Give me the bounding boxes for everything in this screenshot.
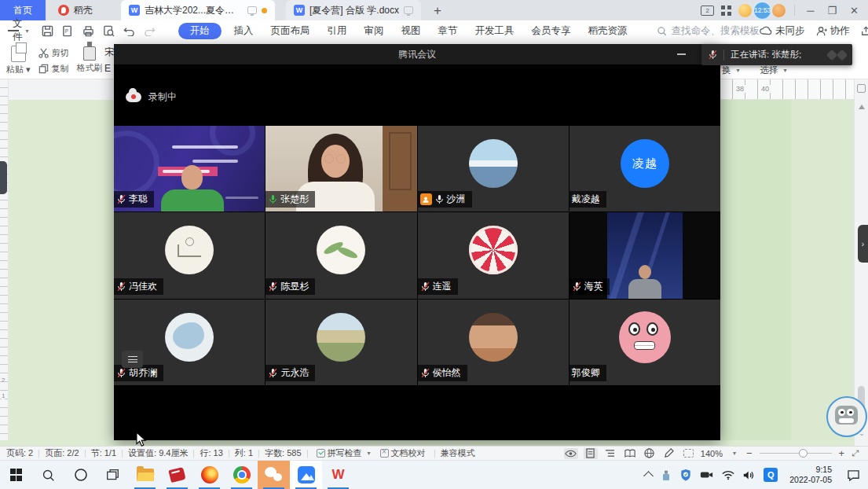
scroll-up-arrow[interactable] bbox=[859, 105, 865, 109]
print-icon[interactable] bbox=[82, 25, 94, 37]
taskbar-reader-icon[interactable] bbox=[161, 461, 193, 489]
undo-icon[interactable] bbox=[123, 26, 135, 36]
participant-tile-10[interactable]: 元永浩 bbox=[266, 300, 416, 385]
ruler-toggle-icon[interactable] bbox=[857, 84, 866, 93]
font-row-partial[interactable]: E bbox=[104, 63, 111, 74]
taskbar-task-view-icon[interactable] bbox=[97, 461, 129, 489]
ink-edit-icon[interactable] bbox=[662, 448, 676, 459]
tray-security-icon[interactable] bbox=[680, 469, 691, 481]
ribbon-tab[interactable]: 开发工具 bbox=[467, 24, 523, 38]
participant-tile-3[interactable]: 沙洲 bbox=[418, 126, 569, 211]
cut-button[interactable]: 剪切 bbox=[38, 47, 69, 59]
chevron-down-icon[interactable]: ▾ bbox=[26, 28, 29, 35]
command-search[interactable]: 查找命令、搜索模板 bbox=[657, 24, 760, 38]
notification-icon[interactable] bbox=[847, 469, 860, 481]
tray-usb-icon[interactable] bbox=[661, 469, 672, 481]
taskbar-wps-icon[interactable]: W bbox=[322, 461, 354, 489]
participant-tile-9[interactable]: 胡乔澜 bbox=[114, 300, 265, 385]
meeting-window[interactable]: 腾讯会议 录制中 李聪张楚彤沙洲凌越戴凌越冯佳欢陈昱杉连遥海英胡乔澜元永浩侯怡然… bbox=[114, 44, 720, 440]
outline-view-icon[interactable] bbox=[603, 448, 617, 459]
status-field[interactable]: 行: 13 bbox=[200, 447, 222, 459]
status-field[interactable]: 字数: 585 bbox=[265, 447, 301, 459]
taskbar-clock[interactable]: 9:15 2022-07-05 bbox=[789, 465, 832, 485]
left-panel-handle[interactable] bbox=[0, 161, 7, 194]
zoom-in-button[interactable]: + bbox=[839, 447, 845, 459]
reader-view-icon[interactable] bbox=[623, 448, 637, 459]
ribbon-tab[interactable]: 审阅 bbox=[356, 24, 393, 38]
zoom-level[interactable]: 140% bbox=[701, 449, 723, 458]
layout-view-button[interactable] bbox=[122, 351, 143, 368]
document-page-right[interactable] bbox=[720, 100, 791, 447]
ribbon-tab[interactable]: 页面布局 bbox=[262, 24, 319, 38]
taskbar-firefox-icon[interactable] bbox=[193, 461, 225, 489]
ribbon-tab[interactable]: 稻壳资源 bbox=[580, 24, 636, 38]
participant-tile-1[interactable]: 李聪 bbox=[114, 126, 265, 211]
assistant-floating-icon[interactable] bbox=[826, 396, 867, 437]
fit-page-icon[interactable] bbox=[683, 449, 694, 458]
user-avatar[interactable] bbox=[772, 4, 786, 17]
taskbar-chrome-icon[interactable] bbox=[225, 461, 258, 489]
copy-button[interactable]: 复制 bbox=[38, 63, 69, 75]
sync-status[interactable]: 未同步 bbox=[760, 24, 805, 38]
select-dropdown[interactable]: 选择 ▾ bbox=[760, 64, 790, 76]
ribbon-tab[interactable]: 章节 bbox=[430, 24, 467, 38]
tab-home[interactable]: 首页 bbox=[0, 0, 46, 20]
ribbon-tab[interactable]: 开始 bbox=[178, 23, 222, 39]
taskbar-wechat-icon[interactable] bbox=[258, 461, 290, 489]
meeting-minimize-button[interactable] bbox=[677, 53, 686, 55]
clock-badge[interactable]: 12:53 bbox=[753, 1, 772, 20]
collaborate-button[interactable]: 协作 bbox=[816, 24, 850, 38]
proofread-button[interactable]: 文档校对 bbox=[380, 447, 426, 459]
preview-icon[interactable] bbox=[103, 25, 115, 37]
side-panel-expander[interactable]: › bbox=[858, 225, 868, 263]
window-count-icon[interactable]: 2 bbox=[701, 6, 714, 16]
web-view-icon[interactable] bbox=[643, 448, 657, 459]
participant-tile-6[interactable]: 陈昱杉 bbox=[266, 212, 416, 298]
save-icon[interactable] bbox=[42, 25, 53, 37]
status-field[interactable]: 列: 1 bbox=[235, 447, 253, 459]
redo-icon[interactable] bbox=[144, 26, 156, 36]
status-field[interactable]: 页码: 2 bbox=[6, 447, 33, 459]
ribbon-tab[interactable]: 插入 bbox=[225, 24, 262, 38]
participant-tile-5[interactable]: 冯佳欢 bbox=[114, 212, 265, 298]
spell-check-toggle[interactable]: 拼写检查▾ bbox=[317, 447, 374, 459]
participant-tile-2[interactable]: 张楚彤 bbox=[266, 126, 416, 211]
taskbar-search-icon[interactable] bbox=[32, 461, 64, 489]
taskbar-file-explorer-icon[interactable] bbox=[129, 461, 161, 489]
ribbon-tab[interactable]: 视图 bbox=[393, 24, 430, 38]
participant-tile-4[interactable]: 凌越戴凌越 bbox=[570, 126, 720, 211]
status-field[interactable]: 设置值: 9.4厘米 bbox=[128, 447, 188, 459]
tray-recorder-icon[interactable] bbox=[700, 470, 713, 480]
taskbar-cortana-icon[interactable] bbox=[64, 461, 97, 489]
vip-badge-icon[interactable] bbox=[738, 4, 752, 17]
new-tab-button[interactable]: + bbox=[434, 4, 441, 17]
font-name-partial[interactable]: 宋 bbox=[104, 46, 114, 59]
vertical-scrollbar[interactable]: ⌄⌄ bbox=[854, 79, 868, 446]
tray-wifi-icon[interactable] bbox=[722, 470, 734, 480]
tray-chevron-up-icon[interactable] bbox=[645, 470, 652, 480]
participant-tile-11[interactable]: 侯怡然 bbox=[418, 300, 569, 385]
tab-docer[interactable]: 稻壳 bbox=[46, 0, 110, 20]
ribbon-tab[interactable]: 会员专享 bbox=[523, 24, 580, 38]
status-field[interactable]: 页面: 2/2 bbox=[45, 447, 79, 459]
tray-volume-icon[interactable] bbox=[743, 470, 755, 480]
restore-button[interactable]: ❐ bbox=[824, 5, 840, 17]
ribbon-tab[interactable]: 引用 bbox=[319, 24, 356, 38]
convert-dropdown[interactable]: 换 ▾ bbox=[722, 64, 743, 76]
zoom-slider[interactable] bbox=[760, 453, 832, 454]
page-view-icon[interactable] bbox=[584, 448, 598, 459]
document-page-left[interactable] bbox=[9, 100, 114, 447]
eye-protection-icon[interactable] bbox=[564, 448, 578, 459]
minimize-button[interactable]: ─ bbox=[804, 5, 817, 17]
export-icon[interactable]: P bbox=[62, 25, 74, 37]
zoom-slider-knob[interactable] bbox=[799, 449, 808, 458]
tab-document-2[interactable]: W [夏令营] 合版 学.docx bbox=[286, 0, 421, 20]
status-field[interactable]: 节: 1/1 bbox=[91, 447, 116, 459]
taskbar-start-icon[interactable] bbox=[0, 461, 32, 489]
participant-tile-7[interactable]: 连遥 bbox=[418, 212, 569, 298]
tab-document-active[interactable]: W 吉林大学202...夏令营录取名单 bbox=[121, 0, 275, 20]
share-button[interactable]: 分享 bbox=[861, 24, 868, 38]
participant-tile-8[interactable]: 海英 bbox=[570, 212, 720, 298]
taskbar-tencent-meeting-icon[interactable] bbox=[290, 461, 322, 489]
participant-tile-12[interactable]: 郭俊卿 bbox=[570, 300, 720, 385]
